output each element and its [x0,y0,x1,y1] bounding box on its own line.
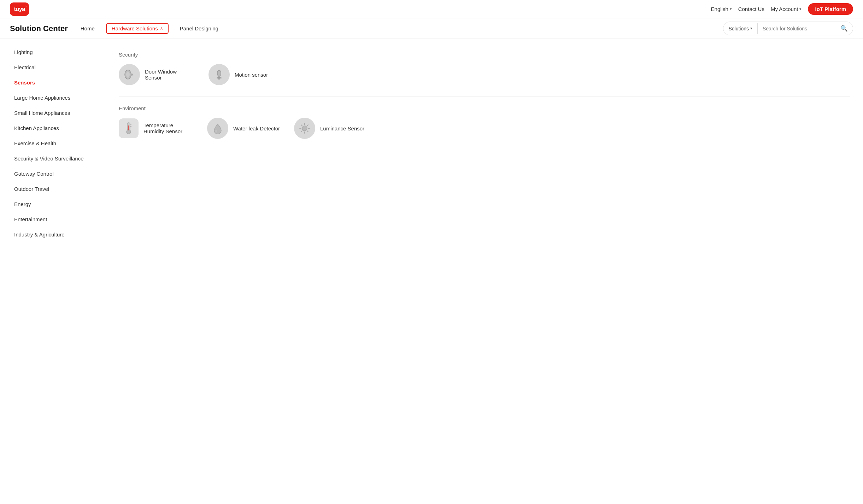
svg-rect-3 [217,70,221,76]
svg-line-18 [307,131,308,132]
motion-sensor-label: Motion sensor [235,72,268,78]
sensor-motion[interactable]: Motion sensor [209,64,268,85]
section-environment: Enviroment Temperature Humidity Sensor [119,105,850,139]
hardware-solutions-chevron-icon: ∧ [160,26,163,31]
section-security-title: Security [119,52,850,58]
luminance-label: Luminance Sensor [320,125,364,131]
english-label: English [711,6,728,12]
iot-platform-button[interactable]: IoT Platform [808,3,853,15]
door-window-icon [119,64,140,85]
tuya-logo[interactable]: tuya [10,2,29,16]
sidebar-item-industry-agriculture[interactable]: Industry & Agriculture [0,227,106,242]
section-security: Security Door Window Sensor [119,52,850,85]
svg-line-19 [307,125,308,126]
sidebar-item-large-home-appliances[interactable]: Large Home Appliances [0,90,106,105]
sidebar: Lighting Electrical Sensors Large Home A… [0,39,106,504]
english-selector[interactable]: English ▾ [711,6,732,12]
navbar: Solution Center Home Hardware Solutions … [0,18,863,39]
nav-links: Home Hardware Solutions ∧ Panel Designin… [81,23,723,34]
brand-title: Solution Center [10,24,68,33]
svg-line-17 [301,125,302,126]
logo-container: tuya [10,2,29,16]
svg-point-12 [302,126,307,131]
main-layout: Lighting Electrical Sensors Large Home A… [0,39,863,504]
svg-rect-2 [131,74,133,76]
sidebar-item-lighting[interactable]: Lighting [0,45,106,60]
svg-point-11 [215,130,217,133]
search-input[interactable] [758,23,835,34]
sidebar-item-outdoor-travel[interactable]: Outdoor Travel [0,181,106,197]
nav-home[interactable]: Home [81,24,95,33]
sensor-temp-humidity[interactable]: Temperature Humidity Sensor [119,118,193,138]
sidebar-item-sensors[interactable]: Sensors [0,75,106,90]
door-window-label: Door Window Sensor [145,69,194,81]
svg-line-20 [301,131,302,132]
nav-panel-designing[interactable]: Panel Designing [180,24,218,33]
svg-point-1 [126,71,130,78]
sidebar-item-electrical[interactable]: Electrical [0,60,106,75]
search-filter-chevron-icon: ▾ [750,26,752,31]
luminance-icon [294,118,315,139]
sensor-luminance[interactable]: Luminance Sensor [294,118,364,139]
my-account-selector[interactable]: My Account ▾ [771,6,802,12]
search-bar: Solutions ▾ 🔍 [723,22,853,35]
contact-us-label: Contact Us [738,6,764,12]
topbar-right: English ▾ Contact Us My Account ▾ IoT Pl… [711,3,853,15]
motion-sensor-icon [209,64,230,85]
svg-rect-5 [217,77,222,78]
sensor-water-leak[interactable]: Water leak Detector [207,118,280,139]
nav-hardware-solutions[interactable]: Hardware Solutions ∧ [106,23,169,34]
logo-text: tuya [14,6,25,13]
svg-rect-8 [128,125,129,130]
main-content: Security Door Window Sensor [106,39,863,504]
my-account-label: My Account [771,6,798,12]
temp-humidity-label: Temperature Humidity Sensor [143,122,193,134]
sidebar-item-gateway-control[interactable]: Gateway Control [0,166,106,181]
sensor-door-window[interactable]: Door Window Sensor [119,64,194,85]
environment-items-row: Temperature Humidity Sensor Water leak D… [119,118,850,139]
nav-hardware-solutions-label: Hardware Solutions [112,25,158,31]
sidebar-item-security-video-surveillance[interactable]: Security & Video Surveillance [0,151,106,166]
sidebar-item-small-home-appliances[interactable]: Small Home Appliances [0,105,106,121]
sidebar-item-exercise-health[interactable]: Exercise & Health [0,136,106,151]
sidebar-item-entertainment[interactable]: Entertainment [0,212,106,227]
search-icon: 🔍 [840,25,848,32]
search-filter-label: Solutions [728,26,749,31]
my-account-chevron-icon: ▾ [799,7,802,11]
water-leak-icon [207,118,228,139]
section-divider [119,96,850,97]
security-items-row: Door Window Sensor Motion sensor [119,64,850,85]
temp-humidity-icon [119,118,139,138]
search-filter-dropdown[interactable]: Solutions ▾ [723,23,758,34]
section-environment-title: Enviroment [119,105,850,111]
search-button[interactable]: 🔍 [835,22,853,35]
topbar: tuya English ▾ Contact Us My Account ▾ I… [0,0,863,18]
english-chevron-icon: ▾ [730,7,732,11]
sidebar-item-energy[interactable]: Energy [0,197,106,212]
contact-us-link[interactable]: Contact Us [738,6,764,12]
sidebar-item-kitchen-appliances[interactable]: Kitchen Appliances [0,121,106,136]
water-leak-label: Water leak Detector [233,125,280,131]
